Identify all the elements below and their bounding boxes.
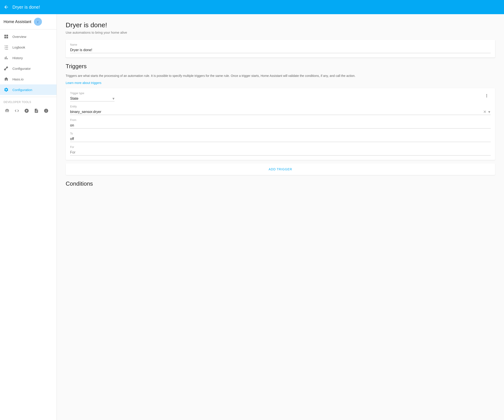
sidebar-item-logbook[interactable]: Logbook	[0, 42, 57, 52]
page-title: Dryer is done!	[66, 21, 495, 29]
name-field-label: Name	[70, 43, 491, 46]
sidebar-nav: Overview Logbook History	[0, 29, 57, 420]
for-field-row: For	[70, 146, 491, 156]
clear-entity-button[interactable]: ✕	[483, 109, 487, 115]
sidebar-item-hassio[interactable]: Hass.io	[0, 74, 57, 84]
add-trigger-card[interactable]: ADD TRIGGER	[66, 163, 495, 175]
entity-field-label: Entity	[70, 105, 491, 108]
gear-icon	[4, 87, 9, 92]
triggers-description: Triggers are what starts the processing …	[66, 73, 495, 78]
conditions-section-title: Conditions	[66, 180, 495, 187]
trigger-menu-button[interactable]	[483, 92, 491, 100]
trigger-type-field-group: Trigger type State Event MQTT Numeric st…	[70, 92, 483, 101]
sidebar-item-label-history: History	[12, 56, 23, 60]
add-trigger-button[interactable]: ADD TRIGGER	[66, 163, 495, 175]
sidebar-divider	[0, 97, 57, 97]
trigger-card-header: Trigger type State Event MQTT Numeric st…	[70, 92, 491, 101]
developer-tools-label: Developer tools	[0, 99, 57, 105]
app-name: Home Assistant	[4, 19, 31, 24]
name-card-body: Name	[66, 40, 495, 58]
sidebar-item-label-logbook: Logbook	[12, 45, 25, 49]
to-field-label: To	[70, 132, 491, 135]
from-field-row: From	[70, 118, 491, 128]
sidebar: Home Assistant r Overview	[0, 14, 57, 420]
trigger-type-select[interactable]: State Event MQTT Numeric state Sun Templ…	[70, 96, 114, 101]
sidebar-item-overview[interactable]: Overview	[0, 31, 57, 42]
wrench-icon	[4, 66, 9, 71]
code-icon-btn[interactable]	[12, 106, 21, 115]
sidebar-item-label-configurator: Configurator	[12, 67, 31, 70]
sidebar-item-configurator[interactable]: Configurator	[0, 63, 57, 74]
sidebar-item-history[interactable]: History	[0, 52, 57, 63]
radio-icon-btn[interactable]	[22, 106, 31, 115]
for-field-input[interactable]	[70, 150, 491, 156]
antenna-icon-btn[interactable]	[3, 106, 12, 115]
entity-field-row: Entity ✕ ▾	[70, 105, 491, 115]
layout: Home Assistant r Overview	[0, 14, 504, 420]
trigger-type-label: Trigger type	[70, 92, 483, 95]
name-field-input[interactable]	[70, 47, 491, 53]
to-field-input[interactable]	[70, 136, 491, 142]
trigger-card: Trigger type State Event MQTT Numeric st…	[66, 88, 495, 160]
list-icon	[4, 45, 9, 50]
for-field-label: For	[70, 146, 491, 149]
home-icon	[4, 76, 9, 82]
entity-field-wrapper: ✕ ▾	[70, 109, 491, 115]
learn-more-link[interactable]: Learn more about triggers	[66, 81, 101, 85]
from-field-label: From	[70, 118, 491, 122]
triggers-section-title: Triggers	[66, 63, 495, 70]
sidebar-item-label-hassio: Hass.io	[12, 77, 24, 81]
page-subtitle: Use automations to bring your home alive	[66, 31, 495, 34]
avatar: r	[34, 18, 42, 26]
top-bar: Dryer is done!	[0, 0, 504, 14]
entity-dropdown-button[interactable]: ▾	[488, 109, 491, 115]
main-content: Dryer is done! Use automations to bring …	[57, 14, 504, 420]
grid-icon	[4, 34, 9, 39]
back-button[interactable]	[4, 4, 9, 10]
entity-field-actions: ✕ ▾	[483, 109, 491, 115]
name-card: Name	[66, 40, 495, 58]
bar-chart-icon	[4, 55, 9, 60]
sidebar-item-label-overview: Overview	[12, 35, 26, 39]
sidebar-item-label-configuration: Configuration	[12, 88, 32, 92]
top-bar-title: Dryer is done!	[12, 5, 40, 10]
developer-tools-row	[0, 105, 57, 117]
template-icon-btn[interactable]	[32, 106, 41, 115]
from-field-input[interactable]	[70, 122, 491, 128]
info-icon-btn[interactable]	[42, 106, 51, 115]
sidebar-header: Home Assistant r	[0, 14, 57, 29]
sidebar-item-configuration[interactable]: Configuration	[0, 84, 57, 95]
trigger-type-select-wrapper: State Event MQTT Numeric state Sun Templ…	[70, 96, 114, 101]
entity-field-input[interactable]	[70, 109, 483, 115]
to-field-row: To	[70, 132, 491, 142]
